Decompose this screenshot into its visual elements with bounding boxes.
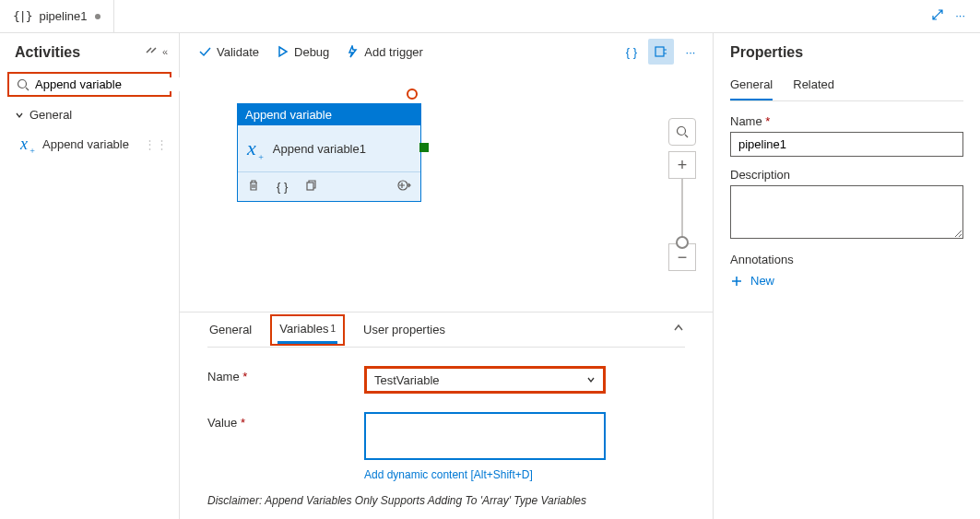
svg-point-0 (18, 79, 27, 88)
pipeline-icon: {|} (13, 9, 31, 23)
tab-title: pipeline1 (39, 9, 87, 23)
code-view-button[interactable]: { } (619, 39, 644, 65)
canvas-more-icon[interactable]: ··· (678, 39, 703, 65)
node-title: Append variable1 (273, 142, 366, 156)
variable-name-label: Name * (207, 366, 364, 383)
sidebar-category-general[interactable]: General (0, 100, 179, 129)
search-input[interactable] (35, 77, 190, 91)
zoom-in-button[interactable]: + (668, 151, 696, 179)
pipeline-name-input[interactable] (730, 132, 963, 157)
chevron-down-icon (586, 375, 596, 384)
zoom-slider-track[interactable] (681, 179, 683, 243)
annotations-label: Annotations (730, 253, 963, 266)
svg-rect-1 (655, 47, 664, 56)
pipeline-canvas[interactable]: { } ··· Validate Debug Add trigger Appen… (180, 0, 713, 519)
node-append-variable-icon: x (247, 136, 256, 160)
sidebar-heading: Activities (15, 44, 80, 61)
disclaimer-text: Disclaimer: Append Variables Only Suppor… (207, 494, 685, 507)
add-dynamic-content-link[interactable]: Add dynamic content [Alt+Shift+D] (364, 468, 606, 481)
variable-name-select[interactable]: TestVariable (364, 366, 606, 394)
plus-icon (730, 275, 743, 288)
pipeline-name-label: Name * (730, 114, 963, 128)
success-output-handle-icon[interactable] (419, 143, 429, 152)
bottom-tab-user-properties[interactable]: User properties (361, 313, 447, 347)
zoom-slider-handle[interactable] (676, 236, 689, 249)
activity-label: Append variable (42, 137, 129, 151)
collapse-all-icon[interactable] (146, 46, 157, 59)
bottom-panel-collapse-icon[interactable] (672, 322, 685, 337)
activities-sidebar: Activities « General x Append variable ⋮… (0, 0, 180, 519)
variable-value-input[interactable] (364, 412, 606, 460)
zoom-controls: + − (668, 118, 696, 271)
delete-icon[interactable] (247, 179, 260, 195)
code-icon[interactable]: { } (277, 180, 288, 194)
expand-icon[interactable] (931, 8, 944, 24)
activity-node-append-variable[interactable]: Append variable x Append variable1 { } (237, 103, 421, 202)
node-header: Append variable (238, 104, 420, 125)
unsaved-indicator-icon (95, 14, 100, 19)
new-annotation-button[interactable]: New (730, 274, 963, 288)
search-icon (17, 78, 30, 91)
pipeline-description-label: Description (730, 168, 963, 182)
validate-button[interactable]: Validate (198, 45, 259, 59)
add-trigger-button[interactable]: Add trigger (346, 45, 423, 59)
debug-button[interactable]: Debug (276, 45, 329, 59)
pipeline-description-input[interactable] (730, 185, 963, 239)
sidebar-activity-append-variable[interactable]: x Append variable ⋮⋮ (0, 129, 179, 159)
copy-icon[interactable] (304, 179, 317, 195)
properties-heading: Properties (730, 44, 963, 61)
bottom-tab-general[interactable]: General (207, 313, 254, 347)
search-wrap-highlight (7, 72, 171, 97)
more-icon[interactable]: ··· (955, 8, 965, 24)
properties-tab-general[interactable]: General (730, 77, 773, 100)
properties-panel: Properties General Related Name * Descri… (713, 0, 980, 519)
tab-pipeline1[interactable]: {|} pipeline1 (0, 0, 114, 32)
svg-point-4 (678, 127, 686, 136)
add-output-icon[interactable] (396, 178, 411, 195)
validation-error-indicator-icon[interactable] (407, 88, 418, 100)
sidebar-collapse-icon[interactable]: « (162, 46, 168, 59)
variable-value-label: Value * (207, 412, 364, 430)
category-label: General (30, 108, 72, 122)
drag-grip-icon: ⋮⋮ (144, 137, 168, 151)
append-variable-icon: x (20, 135, 28, 154)
bottom-tab-variables-highlight: Variables1 (270, 314, 345, 346)
zoom-fit-button[interactable] (668, 118, 696, 146)
svg-rect-2 (307, 183, 313, 190)
variables-badge: 1 (330, 324, 336, 334)
properties-tab-related[interactable]: Related (793, 77, 834, 100)
properties-toggle-button[interactable] (648, 39, 674, 65)
tab-bar: {|} pipeline1 ··· (0, 0, 980, 33)
bottom-panel: General Variables1 User properties Name … (180, 312, 713, 519)
bottom-tab-variables[interactable]: Variables1 (277, 316, 337, 344)
